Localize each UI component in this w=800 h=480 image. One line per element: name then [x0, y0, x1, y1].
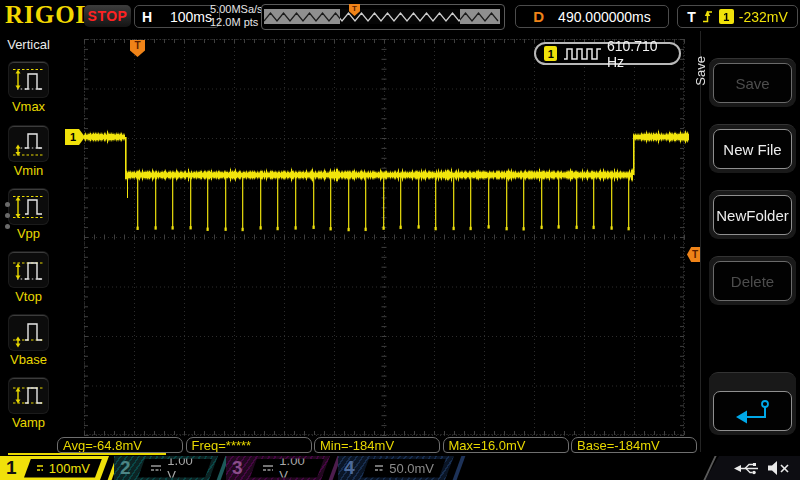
memory-waveform-thumbnail — [261, 4, 505, 30]
square-wave-icon — [563, 47, 601, 61]
dc-coupling-icon — [150, 463, 161, 473]
channel2-number: 2 — [120, 456, 131, 480]
dc-coupling-icon — [262, 463, 273, 473]
menu-title: Vertical — [0, 37, 57, 52]
vpp-button[interactable] — [9, 189, 48, 224]
vamp-label: Vamp — [0, 415, 57, 430]
channel3-tab[interactable]: 3 1.00 V — [226, 456, 330, 480]
trigger-source-badge: 1 — [719, 9, 734, 24]
vtop-label: Vtop — [0, 289, 57, 304]
measurement-slot-base[interactable]: Base=-184mV — [571, 437, 697, 453]
channel2-tab[interactable]: 2 1.00 V — [114, 456, 218, 480]
vamp-icon — [9, 379, 48, 413]
measurement-slot-min[interactable]: Min=-184mV — [314, 437, 440, 453]
page-dot — [5, 224, 10, 229]
trigger-info-box[interactable]: T 1 -232mV — [677, 5, 798, 28]
usb-icon — [733, 461, 760, 476]
save-button-label: Save — [713, 63, 792, 103]
sample-rate: 5.00MSa/s — [210, 3, 263, 16]
oscilloscope-screen: RIGOL STOP H 100ms 5.00MSa/s 12.0M pts T… — [0, 0, 800, 480]
rising-edge-icon — [701, 8, 714, 25]
page-dot — [5, 213, 10, 218]
new-folder-button-label: NewFolder — [713, 195, 792, 235]
channel-separator — [453, 456, 466, 480]
dc-coupling-icon — [374, 463, 383, 473]
rigol-logo: RIGOL — [5, 1, 93, 29]
vmin-icon — [9, 127, 48, 161]
channel4-scale: 50.0mV — [389, 461, 434, 476]
measurement-slot-avg[interactable]: Avg=-64.8mV — [57, 437, 183, 453]
timebase-prefix: H — [142, 9, 152, 25]
frequency-counter-value: 610.710 Hz — [607, 38, 671, 70]
new-folder-button[interactable]: NewFolder — [709, 190, 796, 239]
vbase-button[interactable] — [9, 315, 48, 350]
waveform-display — [57, 32, 700, 452]
return-button[interactable] — [709, 372, 796, 435]
vmax-label: Vmax — [0, 99, 57, 114]
channel1-number: 1 — [6, 456, 17, 480]
frequency-counter-channel-badge: 1 — [544, 46, 557, 61]
new-file-button-label: New File — [713, 129, 792, 169]
vmin-button[interactable] — [9, 126, 48, 161]
delay-box: D 490.000000ms — [515, 5, 669, 28]
return-arrow-icon — [732, 398, 774, 424]
memory-waveform-strip — [264, 7, 500, 25]
measurement-slot-freq[interactable]: Freq=***** — [186, 437, 312, 453]
channel4-number: 4 — [344, 456, 355, 480]
channel3-scale: 1.00 V — [279, 453, 312, 480]
new-file-button[interactable]: New File — [709, 124, 796, 173]
vbase-icon — [9, 316, 48, 350]
channel2-scale: 1.00 V — [167, 453, 200, 480]
vpp-icon — [9, 190, 48, 224]
menu-tab-save: Save — [693, 56, 708, 86]
vmax-button[interactable] — [9, 62, 48, 97]
measurement-slot-max[interactable]: Max=16.0mV — [443, 437, 569, 453]
dc-coupling-icon — [36, 463, 43, 473]
channel1-scale: 100mV — [49, 461, 90, 476]
timebase-value: 100ms — [170, 9, 212, 25]
vtop-button[interactable] — [9, 252, 48, 287]
speaker-muted-icon — [767, 460, 791, 476]
frequency-counter: 1 610.710 Hz — [534, 42, 681, 65]
timebase-box[interactable]: H 100ms — [134, 5, 220, 28]
channel3-number: 3 — [232, 456, 243, 480]
status-icons-panel — [705, 456, 800, 480]
channel1-tab[interactable]: 1 100mV — [0, 456, 109, 480]
save-button[interactable]: Save — [709, 58, 796, 107]
selected-measurement-underline — [8, 453, 166, 456]
delay-prefix: D — [533, 8, 544, 25]
delete-button[interactable]: Delete — [709, 256, 796, 305]
trigger-level-value: -232mV — [739, 9, 788, 25]
acquisition-info: 5.00MSa/s 12.0M pts — [210, 3, 263, 28]
vbase-label: Vbase — [0, 352, 57, 367]
memory-depth: 12.0M pts — [210, 16, 263, 29]
vamp-button[interactable] — [9, 378, 48, 413]
channel4-tab[interactable]: 4 50.0mV — [338, 456, 454, 480]
run-state-button[interactable]: STOP — [84, 5, 131, 27]
delay-value: 490.000000ms — [558, 9, 651, 25]
vmin-label: Vmin — [0, 163, 57, 178]
vmax-icon — [9, 63, 48, 97]
page-dot — [5, 202, 10, 207]
channel-status-bar: 1 100mV 2 1.00 V — [0, 456, 800, 480]
delete-button-label: Delete — [713, 261, 792, 301]
trigger-prefix: T — [687, 9, 696, 25]
vtop-icon — [9, 253, 48, 287]
